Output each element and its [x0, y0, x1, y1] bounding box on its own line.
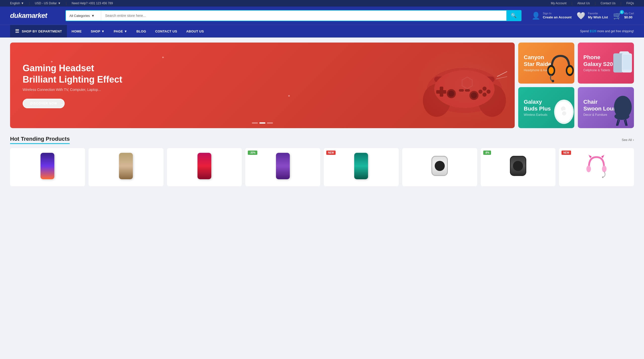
side-banner-phone[interactable]: PhoneGalaxy S20 Cellphone & Tablets	[578, 43, 634, 84]
nav-about[interactable]: ABOUT US	[182, 26, 208, 37]
currency-chevron: ▼	[58, 2, 61, 5]
favorite-label: Favorite	[588, 12, 608, 15]
trending-title-wrap: Hot Trending Products	[10, 136, 70, 144]
star-decoration-1: ✦	[50, 60, 53, 64]
chair-img	[606, 87, 634, 128]
divider5: |	[621, 2, 621, 5]
side-banner-chair[interactable]: ChairSwoon Lounge Decor & Furniture	[578, 87, 634, 128]
star-decoration-2: ✦	[162, 55, 165, 59]
product-card-8[interactable]: NEW	[559, 148, 634, 186]
shop-by-department[interactable]: ☰ SHOP BY DEPARTMENT	[10, 25, 67, 38]
svg-rect-12	[459, 89, 464, 92]
hero-title: Gaming HeadsetBrilliant Lighting Effect	[23, 62, 502, 85]
svg-point-15	[448, 91, 454, 97]
phone-gold	[119, 153, 133, 179]
trending-title: Hot Trending Products	[10, 136, 70, 144]
page-chevron: ▼	[124, 29, 127, 33]
see-all-arrow: ›	[633, 138, 634, 142]
divider3: |	[572, 2, 572, 5]
hamburger-icon: ☰	[15, 28, 19, 34]
heart-icon: 🤍	[577, 12, 585, 20]
phone-teal	[354, 153, 368, 179]
gamepad-illustration: ⬡	[422, 51, 507, 119]
cart-count: 0	[620, 10, 624, 14]
discover-now-button[interactable]: DISCOVER NOW	[23, 99, 65, 108]
cart-action[interactable]: 🛒 0 My Cart $0.00	[613, 12, 634, 20]
language-selector[interactable]: English ▼	[10, 2, 24, 5]
top-bar-left: English ▼ | USD - US Dollar ▼ | Need Hel…	[10, 2, 113, 5]
svg-rect-6	[440, 87, 443, 97]
faqs-link[interactable]: FAQs	[626, 2, 634, 5]
side-banner-earbuds[interactable]: GalaxyBuds Plus Wireless Earbuds	[518, 87, 574, 128]
search-button[interactable]: 🔍	[506, 11, 521, 21]
dot-1[interactable]	[252, 122, 258, 124]
product-card-5[interactable]: NEW	[324, 148, 399, 186]
signin-action[interactable]: 👤 Sign In Create an Account	[532, 12, 572, 20]
signin-sub: Create an Account	[543, 15, 572, 20]
svg-point-45	[602, 166, 607, 172]
nav-blog[interactable]: BLOG	[132, 26, 151, 37]
svg-rect-4	[474, 77, 495, 82]
product-img-5	[327, 152, 396, 180]
svg-point-14	[447, 89, 456, 98]
product-img-1	[13, 152, 82, 180]
svg-rect-31	[623, 55, 631, 70]
language-chevron: ▼	[21, 2, 24, 5]
wishlist-action[interactable]: 🤍 Favorite My Wish List	[577, 12, 608, 20]
nav-home[interactable]: HOME	[67, 26, 86, 37]
product-card-2[interactable]	[89, 148, 164, 186]
product-img-3	[170, 152, 239, 180]
svg-point-37	[562, 111, 566, 116]
contactus-link[interactable]: Contact Us	[601, 2, 616, 5]
badge-discount-7: -8%	[483, 151, 491, 155]
star-decoration-4: ✦	[61, 103, 64, 107]
header: dukamarket All Categories ▼ 🔍 👤 Sign In …	[0, 7, 644, 25]
signin-label: Sign In	[543, 12, 572, 15]
hero-grid: ✦ ✦ ✦ ✦ Gaming HeadsetBrilliant Lighting…	[10, 43, 634, 128]
nav-left: ☰ SHOP BY DEPARTMENT HOME SHOP ▼ PAGE ▼ …	[10, 25, 208, 38]
hero-banner[interactable]: ✦ ✦ ✦ ✦ Gaming HeadsetBrilliant Lighting…	[10, 43, 515, 128]
currency-selector[interactable]: USD - US Dollar ▼	[35, 2, 61, 5]
phone-blue	[41, 153, 54, 179]
side-banner-headphone[interactable]: CanyonStar Raider Headphone & Audio	[518, 43, 574, 84]
myaccount-link[interactable]: My Account	[551, 2, 567, 5]
shop-chevron: ▼	[101, 29, 105, 33]
svg-point-16	[469, 91, 478, 100]
product-card-1[interactable]	[10, 148, 85, 186]
nav-page[interactable]: PAGE ▼	[109, 26, 132, 37]
product-card-7[interactable]: -8%	[481, 148, 556, 186]
product-img-4	[248, 152, 317, 180]
hero-description: Wireless Connection With TV, Computer, L…	[23, 88, 502, 92]
navbar: ☰ SHOP BY DEPARTMENT HOME SHOP ▼ PAGE ▼ …	[0, 25, 644, 38]
wishlist-sub: My Wish List	[588, 15, 608, 20]
svg-point-1	[423, 84, 451, 117]
nav-shop[interactable]: SHOP ▼	[86, 26, 109, 37]
search-input[interactable]	[101, 11, 506, 21]
phone-red	[197, 153, 211, 179]
divider1: |	[29, 2, 30, 5]
search-category-dropdown[interactable]: All Categories ▼	[66, 11, 101, 21]
dot-3[interactable]	[267, 122, 273, 124]
signin-text: Sign In Create an Account	[543, 12, 572, 19]
badge-new-8: NEW	[561, 151, 571, 155]
product-card-3[interactable]	[167, 148, 242, 186]
aboutus-link[interactable]: About Us	[577, 2, 590, 5]
svg-point-11	[482, 93, 487, 97]
svg-point-8	[482, 87, 487, 91]
dot-2[interactable]	[259, 122, 265, 124]
svg-rect-7	[436, 90, 446, 94]
dept-label: SHOP BY DEPARTMENT	[22, 29, 62, 33]
svg-point-9	[487, 90, 491, 94]
product-img-2	[92, 152, 160, 180]
svg-text:⬡: ⬡	[461, 74, 474, 91]
earbuds-img	[546, 87, 575, 128]
nav-contact[interactable]: CONTACT US	[151, 26, 182, 37]
product-card-6[interactable]	[402, 148, 477, 186]
watch-dark	[510, 156, 526, 176]
currency-label: USD - US Dollar	[35, 2, 57, 5]
logo[interactable]: dukamarket	[10, 12, 60, 20]
product-img-8	[562, 152, 631, 180]
product-card-4[interactable]: -30%	[245, 148, 320, 186]
nav-links: HOME SHOP ▼ PAGE ▼ BLOG CONTACT US ABOUT…	[67, 26, 208, 37]
see-all-button[interactable]: See All ›	[622, 138, 634, 142]
